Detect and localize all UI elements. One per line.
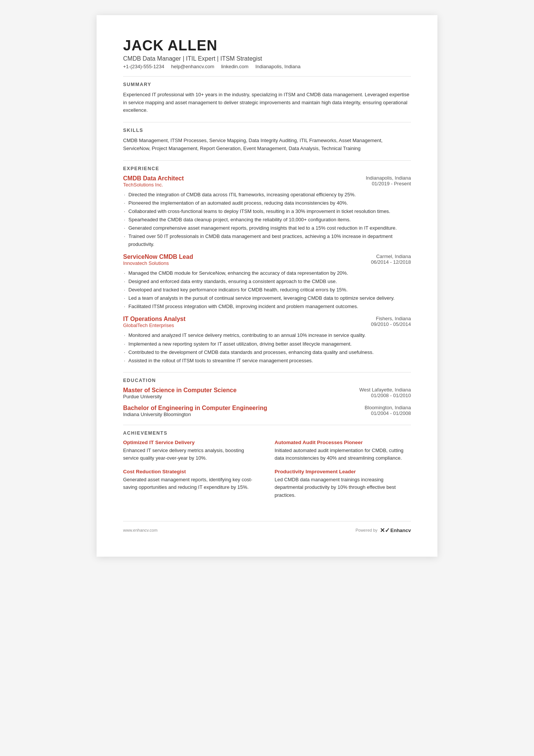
location: Indianapolis, Indiana [255,64,300,69]
email: help@enhancv.com [171,64,214,69]
bullet: Assisted in the rollout of ITSM tools to… [123,357,411,365]
achievement-1-title: Optimized IT Service Delivery [123,440,259,445]
logo-icon: ✕✓ [380,527,390,534]
achievement-4-title: Productivity Improvement Leader [275,469,411,474]
bullet: Spearheaded the CMDB data cleanup projec… [123,216,411,224]
job-2-location: Carmel, Indiana [343,254,411,259]
job-1-bullets: Directed the integration of CMDB data ac… [123,191,411,248]
edu-2-school: Indiana University Bloomington [123,412,267,417]
education-divider [123,425,411,425]
bullet: Led a team of analysts in the pursuit of… [123,294,411,302]
bullet: Trained over 50 IT professionals in CMDB… [123,233,411,248]
edu-2-location: Bloomington, Indiana [335,405,411,410]
bullet: Implemented a new reporting system for I… [123,340,411,348]
job-1: CMDB Data Architect TechSolutions Inc. I… [123,175,411,248]
job-3-location: Fishers, Indiana [343,316,411,321]
education-title: EDUCATION [123,378,411,383]
edu-2-degree: Bachelor of Engineering in Computer Engi… [123,405,267,412]
achievements-section: ACHIEVEMENTS Optimized IT Service Delive… [123,430,411,502]
achievements-grid: Optimized IT Service Delivery Enhanced I… [123,440,411,502]
resume-header: JACK ALLEN CMDB Data Manager | ITIL Expe… [123,38,411,69]
page-footer: www.enhancv.com Powered by ✕✓ Enhancv [123,521,411,534]
edu-2-dates: 01/2004 - 01/2008 [335,410,411,416]
job-1-location: Indianapolis, Indiana [343,175,411,181]
contact-info: +1-(234)-555-1234 help@enhancv.com linke… [123,64,411,69]
achievement-2-text: Initiated automated audit implementation… [275,447,411,462]
brand-name: Enhancv [390,527,411,533]
bullet: Managed the CMDB module for ServiceNow, … [123,269,411,277]
achievement-4-text: Led CMDB data management trainings incre… [275,476,411,499]
bullet: Developed and tracked key performance in… [123,286,411,294]
achievement-3-title: Cost Reduction Strategist [123,469,259,474]
edu-1-location: West Lafayette, Indiana [335,387,411,393]
candidate-name: JACK ALLEN [123,38,411,54]
skills-section: SKILLS CMDB Management, ITSM Processes, … [123,128,411,153]
header-divider [123,76,411,77]
achievement-1-text: Enhanced IT service delivery metrics ana… [123,447,259,462]
bullet: Contributed to the development of CMDB d… [123,349,411,356]
summary-divider [123,122,411,122]
job-1-title: CMDB Data Architect [123,175,343,182]
candidate-title: CMDB Data Manager | ITIL Expert | ITSM S… [123,55,411,62]
job-2-dates: 06/2014 - 12/2018 [343,259,411,265]
job-3-company: GlobalTech Enterprises [123,322,343,328]
experience-divider [123,372,411,373]
linkedin: linkedin.com [221,64,248,69]
job-2-title: ServiceNow CMDB Lead [123,254,343,260]
job-1-dates: 01/2019 - Present [343,181,411,186]
achievement-2: Automated Audit Processes Pioneer Initia… [275,440,411,462]
experience-title: EXPERIENCE [123,166,411,171]
experience-section: EXPERIENCE CMDB Data Architect TechSolut… [123,166,411,365]
edu-1-dates: 01/2008 - 01/2010 [335,393,411,398]
achievements-title: ACHIEVEMENTS [123,430,411,436]
job-3-dates: 09/2010 - 05/2014 [343,321,411,327]
bullet: Facilitated ITSM process integration wit… [123,303,411,310]
skills-divider [123,160,411,161]
edu-2: Bachelor of Engineering in Computer Engi… [123,405,411,417]
achievement-2-title: Automated Audit Processes Pioneer [275,440,411,445]
education-section: EDUCATION Master of Science in Computer … [123,378,411,417]
job-3: IT Operations Analyst GlobalTech Enterpr… [123,316,411,365]
phone: +1-(234)-555-1234 [123,64,164,69]
enhancv-logo: ✕✓ Enhancv [380,527,411,534]
summary-title: SUMMARY [123,82,411,87]
resume-page: JACK ALLEN CMDB Data Manager | ITIL Expe… [97,15,437,557]
achievement-1: Optimized IT Service Delivery Enhanced I… [123,440,259,462]
bullet: Generated comprehensive asset management… [123,224,411,232]
edu-1-school: Purdue University [123,394,237,399]
footer-website: www.enhancv.com [123,528,158,532]
job-3-title: IT Operations Analyst [123,316,343,322]
job-2-company: Innovatech Solutions [123,260,343,266]
achievement-3-text: Generated asset management reports, iden… [123,476,259,491]
achievement-4: Productivity Improvement Leader Led CMDB… [275,469,411,499]
edu-1: Master of Science in Computer Science Pu… [123,387,411,399]
summary-text: Experienced IT professional with 10+ yea… [123,91,411,114]
bullet: Monitored and analyzed IT service delive… [123,332,411,339]
powered-by-text: Powered by [356,528,378,532]
job-2: ServiceNow CMDB Lead Innovatech Solution… [123,254,411,311]
bullet: Pioneered the implementation of an autom… [123,199,411,207]
achievement-3: Cost Reduction Strategist Generated asse… [123,469,259,499]
summary-section: SUMMARY Experienced IT professional with… [123,82,411,114]
bullet: Collaborated with cross-functional teams… [123,208,411,215]
edu-1-degree: Master of Science in Computer Science [123,387,237,394]
skills-text: CMDB Management, ITSM Processes, Service… [123,137,411,153]
job-3-bullets: Monitored and analyzed IT service delive… [123,332,411,365]
skills-title: SKILLS [123,128,411,133]
footer-brand: Powered by ✕✓ Enhancv [356,527,411,534]
job-1-company: TechSolutions Inc. [123,182,343,188]
bullet: Designed and enforced data entry standar… [123,278,411,285]
job-2-bullets: Managed the CMDB module for ServiceNow, … [123,269,411,311]
bullet: Directed the integration of CMDB data ac… [123,191,411,199]
